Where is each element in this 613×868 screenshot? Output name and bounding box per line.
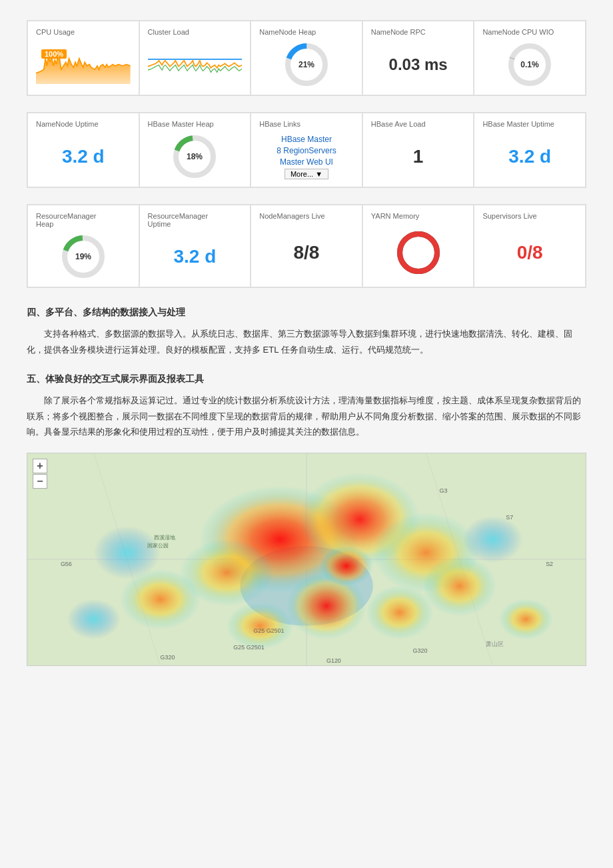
hbase-links-content: HBase Master 8 RegionServers Master Web …	[259, 133, 354, 180]
section4-body: 支持各种格式、多数据源的数据导入。从系统日志、数据库、第三方数据源等导入数据到集…	[27, 326, 586, 357]
rm-uptime-title: ResourceManagerUptime	[148, 212, 243, 228]
hbase-master-heap-card: HBase Master Heap 18%	[139, 113, 251, 187]
namenode-cpu-wio-content: 0.1%	[482, 41, 577, 88]
supervisors-live-card: Supervisors Live 0/8	[474, 205, 586, 287]
cpu-usage-card: CPU Usage 100%	[27, 21, 139, 95]
more-label: More...	[291, 170, 313, 178]
cpu-usage-title: CPU Usage	[36, 28, 131, 36]
svg-text:G120: G120	[326, 657, 341, 664]
dashboard-grid-row3: ResourceManagerHeap 19% ResourceManagerU…	[27, 204, 586, 288]
section4-container: 四、多平台、多结构的数据接入与处理 支持各种格式、多数据源的数据导入。从系统日志…	[27, 304, 586, 357]
hbase-ave-load-content: 1	[371, 133, 466, 180]
hbase-links-list: HBase Master 8 RegionServers Master Web …	[277, 135, 336, 179]
hbase-master-heap-title: HBase Master Heap	[148, 120, 243, 128]
hbase-master-link[interactable]: HBase Master	[281, 135, 332, 144]
rm-heap-card: ResourceManagerHeap 19%	[27, 205, 139, 287]
nodemanagers-live-content: 8/8	[259, 225, 354, 280]
hbase-ave-load-title: HBase Ave Load	[371, 120, 466, 128]
hbase-ave-load-value: 1	[413, 146, 424, 167]
yarn-memory-svg: 100%	[395, 229, 442, 276]
more-chevron-icon: ▼	[315, 170, 322, 178]
hbase-masterwebui-link[interactable]: Master Web UI	[280, 157, 333, 167]
svg-text:0.1%: 0.1%	[521, 60, 540, 69]
namenode-heap-content: 21%	[259, 41, 354, 88]
hbase-master-heap-content: 18%	[148, 133, 243, 180]
cluster-load-content	[148, 41, 243, 88]
rm-heap-donut: 19%	[60, 233, 107, 280]
svg-text:S2: S2	[546, 561, 553, 567]
namenode-rpc-content: 0.03 ms	[371, 41, 466, 88]
supervisors-live-title: Supervisors Live	[482, 212, 577, 220]
rm-uptime-card: ResourceManagerUptime 3.2 d	[139, 205, 251, 287]
hbase-master-uptime-content: 3.2 d	[482, 133, 577, 180]
hbase-master-heap-svg: 18%	[171, 133, 218, 180]
namenode-rpc-value: 0.03 ms	[389, 55, 448, 74]
namenode-heap-title: NameNode Heap	[259, 28, 354, 36]
cpu-badge: 100%	[41, 49, 67, 59]
yarn-memory-card: YARN Memory 100%	[362, 205, 474, 287]
svg-text:19%: 19%	[75, 252, 91, 261]
hbase-links-title: HBase Links	[259, 120, 354, 128]
namenode-heap-card: NameNode Heap 21%	[251, 21, 362, 95]
svg-point-35	[499, 599, 552, 639]
dashboard-grid-row1: CPU Usage 100% Cluster Lo	[27, 20, 586, 96]
cluster-sparkline	[148, 45, 243, 85]
hbase-master-uptime-title: HBase Master Uptime	[482, 120, 577, 128]
namenode-heap-donut: 21%	[283, 41, 330, 88]
svg-marker-0	[36, 55, 131, 84]
section5-container: 五、体验良好的交互式展示界面及报表工具 除了展示各个常规指标及运算记过。通过专业…	[27, 371, 586, 439]
section5-title: 五、体验良好的交互式展示界面及报表工具	[27, 371, 586, 387]
svg-text:18%: 18%	[187, 152, 203, 161]
svg-text:G320: G320	[161, 654, 175, 661]
nodemanagers-live-card: NodeManagers Live 8/8	[251, 205, 362, 287]
hbase-regionservers-link[interactable]: 8 RegionServers	[277, 146, 336, 155]
namenode-uptime-card: NameNode Uptime 3.2 d	[27, 113, 139, 187]
namenode-cpu-wio-svg: 0.1%	[506, 41, 553, 88]
namenode-rpc-title: NameNode RPC	[371, 28, 466, 36]
map-zoom-in-button[interactable]: +	[33, 459, 47, 473]
supervisors-live-value: 0/8	[517, 242, 543, 263]
rm-uptime-value: 3.2 d	[173, 246, 216, 267]
hbase-ave-load-card: HBase Ave Load 1	[362, 113, 474, 187]
nodemanagers-live-title: NodeManagers Live	[259, 212, 354, 220]
cpu-usage-content: 100%	[36, 41, 131, 88]
namenode-cpu-wio-title: NameNode CPU WIO	[482, 28, 577, 36]
rm-heap-content: 19%	[36, 233, 131, 280]
yarn-memory-content: 100%	[371, 225, 466, 280]
svg-point-28	[366, 586, 433, 639]
svg-text:国家公园: 国家公园	[147, 543, 169, 549]
svg-text:G25 G2501: G25 G2501	[233, 644, 264, 651]
svg-text:100%: 100%	[409, 249, 428, 257]
hbase-master-uptime-value: 3.2 d	[508, 146, 551, 167]
rm-heap-title: ResourceManagerHeap	[36, 212, 131, 228]
svg-text:萧山区: 萧山区	[486, 641, 504, 647]
namenode-cpu-wio-donut: 0.1%	[506, 41, 553, 88]
namenode-uptime-title: NameNode Uptime	[36, 120, 131, 128]
heatmap-svg: G25 G2501 G120 G25 G2501 G320 G320 G56 G…	[27, 453, 586, 665]
svg-text:G56: G56	[61, 561, 72, 567]
svg-point-31	[227, 603, 293, 649]
supervisors-live-content: 0/8	[482, 225, 577, 280]
svg-point-30	[423, 556, 496, 616]
cluster-load-card: Cluster Load	[139, 21, 251, 95]
dashboard-grid-row2: NameNode Uptime 3.2 d HBase Master Heap …	[27, 112, 586, 188]
cluster-load-title: Cluster Load	[148, 28, 243, 36]
svg-point-36	[67, 599, 121, 639]
section5-body: 除了展示各个常规指标及运算记过。通过专业的统计数据分析系统设计方法，理清海量数据…	[27, 393, 586, 439]
svg-point-32	[320, 546, 373, 586]
rm-uptime-content: 3.2 d	[148, 233, 243, 280]
svg-text:S7: S7	[506, 514, 513, 521]
hbase-master-uptime-card: HBase Master Uptime 3.2 d	[474, 113, 586, 187]
rm-heap-svg: 19%	[60, 233, 107, 280]
namenode-rpc-card: NameNode RPC 0.03 ms	[362, 21, 474, 95]
svg-text:G320: G320	[413, 647, 428, 654]
svg-text:西溪湿地: 西溪湿地	[154, 535, 175, 541]
yarn-memory-title: YARN Memory	[371, 212, 466, 220]
svg-text:21%: 21%	[299, 60, 314, 69]
namenode-cpu-wio-card: NameNode CPU WIO 0.1%	[474, 21, 586, 95]
heatmap-container: + −	[27, 453, 586, 666]
hbase-more-button[interactable]: More... ▼	[285, 169, 328, 179]
map-zoom-out-button[interactable]: −	[33, 474, 47, 489]
svg-text:G3: G3	[440, 488, 448, 495]
hbase-links-card: HBase Links HBase Master 8 RegionServers…	[251, 113, 362, 187]
